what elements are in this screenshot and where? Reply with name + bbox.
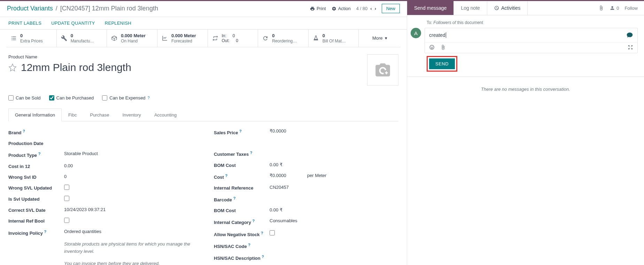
favorite-icon[interactable]: [8, 63, 17, 72]
pager-count: 4 / 80: [356, 6, 368, 11]
can-be-sold-check[interactable]: Can be Sold: [8, 95, 41, 101]
stat-manufacturing[interactable]: 0Manufactu…: [57, 30, 107, 47]
breadcrumb: Product Variants / [CN20457] 12mm Plain …: [7, 5, 158, 12]
expand-icon[interactable]: [628, 45, 633, 50]
print-button[interactable]: Print: [310, 6, 326, 11]
clock-icon: [494, 6, 499, 10]
action-button[interactable]: Action: [332, 6, 351, 11]
send-message-tab[interactable]: Send message: [407, 1, 454, 15]
stat-on-hand[interactable]: 0.000 MeterOn Hand: [107, 30, 157, 47]
tab-inventory[interactable]: Inventory: [116, 109, 147, 121]
user-icon: [610, 5, 615, 11]
allow-negative-check[interactable]: [270, 230, 275, 235]
refresh-icon: [262, 35, 269, 41]
new-button[interactable]: New: [382, 4, 400, 13]
wrong-svl-updated-check[interactable]: [64, 185, 69, 190]
attach-icon[interactable]: [440, 45, 446, 50]
tab-purchase[interactable]: Purchase: [83, 109, 116, 121]
help-icon[interactable]: ?: [148, 96, 150, 100]
to-line: To: Followers of this document: [427, 20, 638, 25]
product-name-label: Product Name: [8, 54, 367, 59]
can-be-expensed-check[interactable]: Can be Expensed?: [102, 95, 149, 101]
camera-icon: [372, 61, 393, 79]
wrench-icon: [61, 35, 67, 41]
activities-tab[interactable]: Activities: [487, 1, 528, 15]
follow-button[interactable]: Follow: [624, 6, 638, 11]
tab-accounting[interactable]: Accounting: [148, 109, 183, 121]
print-labels-link[interactable]: PRINT LABELS: [8, 21, 41, 26]
avatar: A: [411, 28, 421, 38]
message-input[interactable]: created: [425, 28, 637, 42]
send-button[interactable]: SEND: [429, 58, 455, 69]
is-svl-updated-check[interactable]: [64, 196, 69, 201]
pager-next[interactable]: ›: [375, 6, 376, 11]
log-note-tab[interactable]: Log note: [454, 1, 487, 15]
followers-count[interactable]: 0: [610, 5, 619, 11]
stat-in-out[interactable]: In:0 Out:0: [208, 30, 258, 47]
tab-fibc[interactable]: Fibc: [62, 109, 84, 121]
flask-icon: [313, 35, 319, 41]
stat-forecasted[interactable]: 0.000 MeterForecasted: [157, 30, 208, 47]
pager-prev[interactable]: ‹: [370, 6, 372, 11]
image-placeholder[interactable]: [367, 54, 398, 86]
chart-icon: [162, 35, 168, 41]
stat-extra-prices[interactable]: 0Extra Prices: [6, 30, 57, 47]
print-icon: [310, 6, 315, 11]
more-button[interactable]: More▾: [359, 30, 401, 47]
update-quantity-link[interactable]: UPDATE QUANTITY: [51, 21, 95, 26]
can-be-purchased-check[interactable]: Can be Purchased: [49, 95, 94, 101]
stat-bom[interactable]: 0Bill Of Mat…: [309, 30, 359, 47]
emoji-icon[interactable]: [429, 45, 435, 50]
internal-ref-bool-check[interactable]: [64, 218, 69, 223]
list-icon: [10, 35, 17, 41]
boxes-icon: [111, 35, 117, 41]
transfer-icon: [212, 35, 218, 41]
replenish-link[interactable]: REPLENISH: [105, 21, 131, 26]
breadcrumb-current: [CN20457] 12mm Plain rod 3length: [60, 5, 158, 12]
attachment-icon[interactable]: [598, 5, 604, 11]
chat-icon[interactable]: [626, 32, 633, 39]
breadcrumb-root[interactable]: Product Variants: [7, 5, 53, 12]
product-title: 12mm Plain rod 3length: [21, 62, 131, 73]
empty-messages: There are no messages in this conversati…: [407, 87, 644, 92]
tab-general[interactable]: General Information: [8, 109, 62, 121]
stat-reordering[interactable]: 0Reordering…: [258, 30, 309, 47]
gear-icon: [332, 6, 336, 11]
